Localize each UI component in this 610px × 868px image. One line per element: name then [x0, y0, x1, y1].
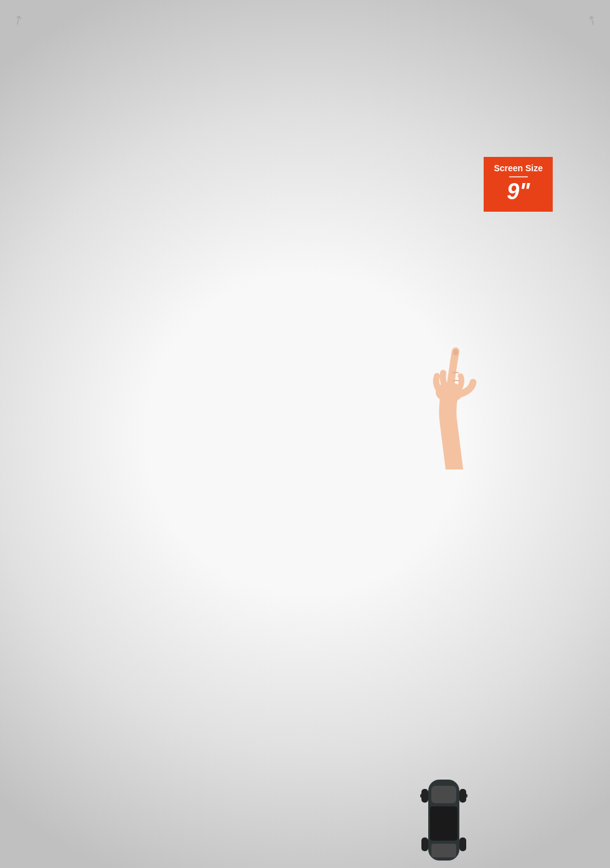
svg-rect-35	[459, 837, 466, 851]
feature-grid: No light reflecting under 360° direct su…	[37, 598, 573, 868]
car-top-view-svg	[413, 770, 475, 868]
car-visual: ↗ ↖	[315, 758, 572, 868]
svg-rect-29	[431, 844, 456, 857]
section-ips-screen: IPS Full Screen View No light reflecting…	[0, 510, 610, 868]
feature-image-car: ↗ ↖	[314, 758, 573, 868]
screen-size-badge: Screen Size 9"	[484, 157, 553, 212]
svg-point-13	[453, 349, 458, 356]
svg-rect-27	[431, 786, 456, 803]
badge-size: 9"	[507, 179, 530, 204]
svg-rect-32	[421, 789, 428, 803]
feature-viewing-angle: ↗ ↖	[314, 758, 573, 868]
badge-divider	[509, 176, 528, 177]
pointing-hand-container	[398, 345, 510, 469]
svg-rect-34	[421, 837, 428, 851]
svg-rect-28	[430, 806, 458, 841]
badge-title: Screen Size	[494, 163, 543, 173]
svg-rect-33	[459, 789, 466, 803]
